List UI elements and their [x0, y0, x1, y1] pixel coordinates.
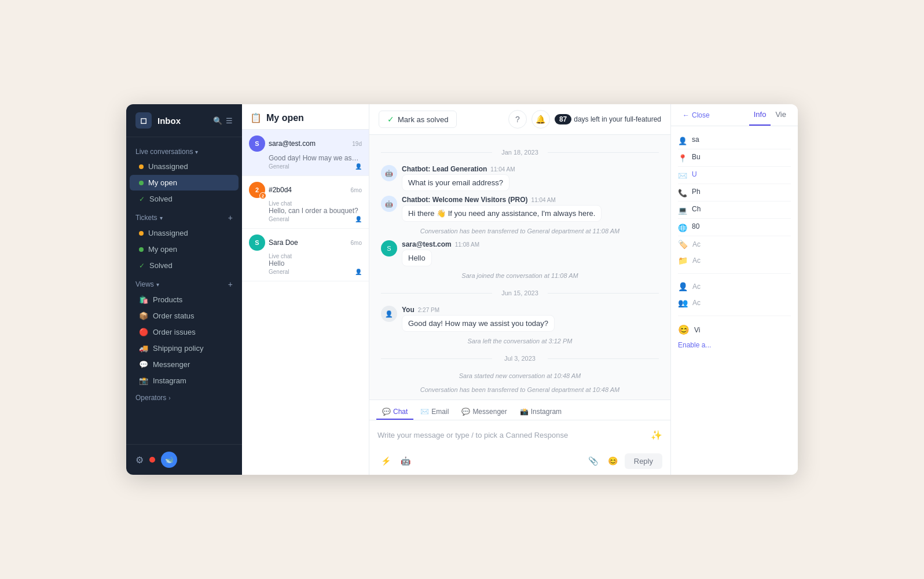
- agent-row-2[interactable]: 👥 Ac: [678, 295, 791, 311]
- add-row-1[interactable]: 🏷️ Ac: [678, 236, 791, 252]
- attachment-icon-button[interactable]: 📎: [585, 453, 602, 469]
- message-bot-1: 🤖 Chatbot: Lead Generation 11:04 AM What…: [381, 165, 659, 191]
- solved-label: Solved: [149, 195, 229, 203]
- chat-tabs: 💬 Chat ✉️ Email 💬 Messenger 📸 Instagram: [369, 400, 670, 420]
- chat-input-box[interactable]: Write your message or type / to pick a C…: [369, 420, 670, 449]
- sidebar-item-order-issues[interactable]: 🔴 Order issues: [130, 324, 239, 340]
- sidebar-header: ◻ Inbox 🔍 ☰: [126, 104, 242, 137]
- conversation-item-2[interactable]: 2 2 #2b0d4 6mo Live chat Hello, can I or…: [242, 176, 369, 229]
- sidebar-item-messenger[interactable]: 💬 Messenger: [130, 357, 239, 372]
- sidebar-item-tickets-unassigned[interactable]: Unassigned: [130, 225, 239, 241]
- agent-avatar-1: 👤: [381, 306, 397, 322]
- sidebar-item-solved[interactable]: ✓ Solved: [130, 191, 239, 207]
- emoji-button[interactable]: 🤖: [397, 453, 413, 469]
- conv-assign-icon-3: 👤: [355, 269, 362, 275]
- views-add-icon[interactable]: +: [228, 280, 233, 289]
- msg-time-2: 11:04 AM: [531, 197, 556, 203]
- conversation-list: S sara@test.com 19d Good day! How may we…: [242, 130, 369, 475]
- sidebar-item-tickets-solved[interactable]: ✓ Solved: [130, 258, 239, 273]
- user-avatar[interactable]: 🐋: [161, 452, 177, 468]
- conv-avatar-2: 2 2: [249, 182, 265, 198]
- views-section[interactable]: Views ▾ +: [126, 274, 242, 291]
- unassigned-label: Unassigned: [148, 162, 229, 171]
- conversation-item-3[interactable]: S Sara Doe 6mo Live chat Hello General 👤: [242, 229, 369, 281]
- info-row-email: ✉️ U: [678, 167, 791, 184]
- emoji-row: 😊 Vi: [678, 321, 791, 339]
- conv-tag-3: General 👤: [249, 269, 362, 275]
- mark-solved-label: Mark as solved: [398, 115, 448, 124]
- system-msg-1: Conversation has been transferred to Gen…: [381, 226, 659, 236]
- sidebar-item-tickets-my-open[interactable]: My open: [130, 241, 239, 257]
- conv-tag-1: General 👤: [249, 163, 362, 170]
- email-info-value[interactable]: U: [692, 170, 697, 178]
- msg-sender-1: Chatbot: Lead Generation: [402, 165, 487, 173]
- chat-main: ✓ Mark as solved ? 🔔 87 days left in you…: [369, 104, 670, 475]
- emoji-picker-button[interactable]: 😊: [605, 453, 621, 469]
- add-row-2[interactable]: 📁 Ac: [678, 252, 791, 269]
- agent-row-1[interactable]: 👤 Ac: [678, 278, 791, 295]
- close-panel-button[interactable]: ← Close: [678, 104, 714, 126]
- mark-solved-button[interactable]: ✓ Mark as solved: [379, 111, 457, 128]
- shipping-label: Shipping policy: [153, 344, 229, 353]
- chat-input-placeholder: Write your message or type / to pick a C…: [377, 431, 651, 439]
- chat-input-area: 💬 Chat ✉️ Email 💬 Messenger 📸 Instagram …: [369, 400, 670, 475]
- message-bot-2: 🤖 Chatbot: Welcome New Visitors (PRO) 11…: [381, 196, 659, 222]
- ai-assist-icon[interactable]: ✨: [651, 430, 662, 441]
- tickets-section[interactable]: Tickets ▾ +: [126, 207, 242, 225]
- help-icon-button[interactable]: ?: [508, 110, 527, 129]
- tickets-solved-check-icon: ✓: [139, 262, 145, 270]
- location-info-icon: 📍: [678, 154, 687, 163]
- conv-assign-icon-2: 👤: [355, 216, 362, 222]
- trial-badge: 87 days left in your full-featured: [555, 114, 661, 124]
- agent-label-2: Ac: [692, 299, 701, 307]
- enable-link[interactable]: Enable a...: [678, 339, 791, 351]
- conv-time-3: 6mo: [351, 240, 362, 246]
- notification-icon-button[interactable]: 🔔: [531, 110, 550, 129]
- operators-link[interactable]: Operators ›: [126, 389, 242, 406]
- tab-view[interactable]: Vie: [771, 104, 791, 126]
- message-user-1: S sara@test.com 11:08 AM Hello: [381, 240, 659, 266]
- device-info-value: Ch: [692, 205, 701, 213]
- message-content-user-1: sara@test.com 11:08 AM Hello: [402, 240, 479, 266]
- live-conversations-section[interactable]: Live conversations ▾: [126, 142, 242, 158]
- user-avatar-msg-1: S: [381, 240, 397, 256]
- sidebar-item-unassigned[interactable]: Unassigned: [130, 159, 239, 174]
- my-open-panel-icon: 📋: [250, 112, 262, 123]
- conv-type-3: Live chat: [249, 253, 362, 259]
- conv-name-3: Sara Doe: [269, 239, 347, 247]
- menu-icon[interactable]: ☰: [226, 116, 233, 125]
- lightning-button[interactable]: ⚡: [377, 453, 394, 469]
- tab-chat[interactable]: 💬 Chat: [376, 405, 413, 420]
- add-label-2: Ac: [692, 256, 701, 265]
- reply-button[interactable]: Reply: [625, 453, 662, 469]
- tickets-add-icon[interactable]: +: [228, 213, 233, 222]
- conv-msg-3: Hello: [249, 259, 362, 267]
- msg-time-agent-1: 2:27 PM: [418, 307, 439, 313]
- sidebar-item-order-status[interactable]: 📦 Order status: [130, 308, 239, 324]
- tab-info[interactable]: Info: [749, 104, 771, 126]
- conv-msg-2: Hello, can I order a bouquet?: [249, 207, 362, 215]
- sidebar-item-my-open[interactable]: My open: [130, 175, 239, 190]
- unassigned-dot-icon: [139, 164, 144, 169]
- chat-tab-icon: 💬: [382, 408, 391, 416]
- tab-email[interactable]: ✉️ Email: [415, 405, 454, 420]
- search-icon[interactable]: 🔍: [213, 116, 222, 125]
- conv-badge-2: 2: [259, 192, 266, 199]
- sidebar-item-instagram[interactable]: 📸 Instagram: [130, 373, 239, 389]
- sidebar-item-products[interactable]: 🛍️ Products: [130, 292, 239, 307]
- instagram-tab-icon: 📸: [520, 408, 529, 416]
- settings-icon[interactable]: ⚙: [135, 455, 144, 466]
- conv-time-2: 6mo: [351, 187, 362, 193]
- views-label: Views: [135, 280, 154, 288]
- operators-label: Operators: [135, 394, 166, 402]
- tab-messenger[interactable]: 💬 Messenger: [456, 405, 512, 420]
- chat-header-actions: ? 🔔 87 days left in your full-featured: [508, 110, 661, 129]
- products-label: Products: [153, 295, 229, 304]
- sidebar-item-shipping-policy[interactable]: 🚚 Shipping policy: [130, 340, 239, 356]
- conversation-item-1[interactable]: S sara@test.com 19d Good day! How may we…: [242, 130, 369, 176]
- chat-toolbar: ⚡ 🤖 📎 😊 Reply: [369, 449, 670, 475]
- system-msg-3: Sara left the conversation at 3:12 PM: [381, 336, 659, 346]
- email-tab-icon: ✉️: [420, 408, 429, 416]
- tab-instagram[interactable]: 📸 Instagram: [514, 405, 567, 420]
- conv-name-1: sara@test.com: [269, 140, 349, 148]
